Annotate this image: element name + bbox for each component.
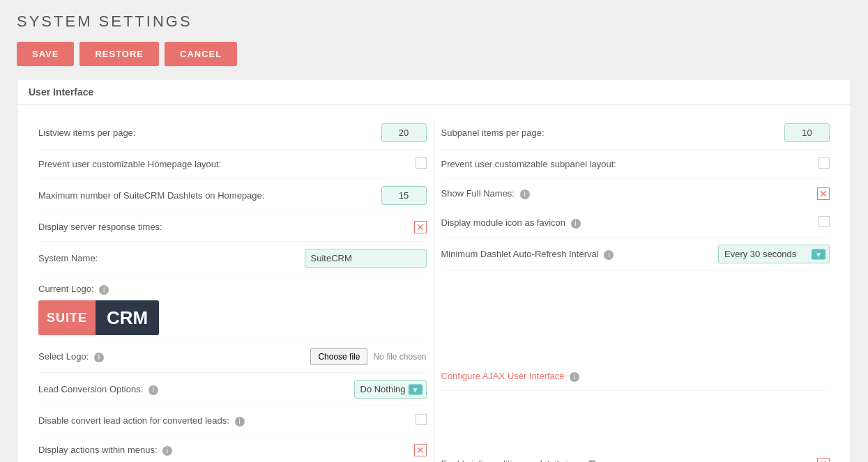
display-server-label: Display server response times: [38,222,414,232]
current-logo-label: Current Logo: i [38,284,116,295]
show-full-names-label: Show Full Names: i [441,188,818,199]
display-server-control: ✕ [414,221,427,233]
listview-items-label: Listview items per page: [38,128,381,138]
lead-conversion-label: Lead Conversion Options: i [38,384,354,395]
disable-convert-control [416,414,427,427]
prevent-homepage-checkbox[interactable] [416,157,427,169]
ajax-link-container: Configure AJAX User Interface i [441,371,830,382]
subpanel-items-control [784,123,830,142]
logo-display: SUITE CRM [38,300,159,335]
enable-inline-detail-row: Enable inline editing on detail view: i … [441,449,830,462]
display-server-row: Display server response times: ✕ [38,213,427,242]
system-name-label: System Name: [38,253,305,263]
save-button[interactable]: SAVE [17,42,74,66]
right-column: Subpanel items per page: Prevent user cu… [434,116,837,462]
enable-inline-detail-label: Enable inline editing on detail view: i [441,459,818,462]
right-col-spacer [441,271,830,362]
min-dashlet-refresh-label: Minimum Dashlet Auto-Refresh Interval i [441,249,719,260]
left-column: Listview items per page: Prevent user cu… [31,116,434,462]
min-dashlet-refresh-control: Every 30 seconds Every minute Every 5 mi… [718,245,830,263]
min-dashlet-refresh-select[interactable]: Every 30 seconds Every minute Every 5 mi… [718,245,830,263]
disable-convert-info-icon: i [235,417,245,426]
disable-convert-label: Disable convert lead action for converte… [38,415,416,426]
choose-file-button[interactable]: Choose file [310,348,367,365]
system-name-input[interactable] [305,249,427,268]
prevent-subpanel-checkbox[interactable] [818,157,830,169]
display-module-icon-info-icon: i [571,219,581,229]
page-title: SYSTEM SETTINGS [17,13,851,31]
prevent-subpanel-label: Prevent user customizable subpanel layou… [441,159,819,169]
max-dashlets-input[interactable] [381,186,427,205]
logo-suite-text: SUITE [38,300,96,335]
disable-convert-checkbox[interactable] [416,414,427,425]
select-logo-label: Select Logo: i [38,351,310,362]
display-actions-info-icon: i [162,446,172,456]
ajax-info-icon: i [570,372,579,382]
prevent-subpanel-row: Prevent user customizable subpanel layou… [441,150,830,179]
subpanel-items-input[interactable] [784,123,830,142]
display-actions-row: Display actions within menus: i ✕ [38,436,427,462]
logo-crm-text: CRM [96,300,159,335]
current-logo-row: Current Logo: i SUITE CRM [38,275,427,341]
ajax-user-interface-link[interactable]: Configure AJAX User Interface [441,371,565,381]
listview-items-input[interactable] [381,123,427,142]
enable-inline-detail-control: ✕ [817,458,830,462]
show-full-names-info-icon: i [520,190,530,199]
show-full-names-control: ✕ [817,187,830,200]
lead-conversion-select-wrapper: Do Nothing [354,380,427,399]
lead-conversion-info-icon: i [149,385,158,395]
listview-items-control [381,123,427,142]
toolbar: SAVE RESTORE CANCEL [17,42,851,66]
display-module-icon-label: Display module icon as favicon i [441,217,819,229]
disable-convert-row: Disable convert lead action for converte… [38,406,427,436]
display-module-icon-row: Display module icon as favicon i [441,208,830,238]
max-dashlets-label: Maximum number of SuiteCRM Dashlets on H… [38,190,381,201]
min-dashlet-refresh-row: Minimum Dashlet Auto-Refresh Interval i … [441,238,830,271]
display-server-checkbox[interactable]: ✕ [414,221,427,233]
min-dashlet-refresh-info-icon: i [604,250,614,260]
max-dashlets-row: Maximum number of SuiteCRM Dashlets on H… [38,179,427,213]
cancel-button[interactable]: CANCEL [165,42,237,66]
suite-crm-logo: SUITE CRM [38,300,159,335]
ajax-link-row: Configure AJAX User Interface i [441,362,830,391]
prevent-homepage-label: Prevent user customizable Homepage layou… [38,159,416,169]
max-dashlets-control [381,186,427,205]
prevent-homepage-row: Prevent user customizable Homepage layou… [38,150,427,179]
display-actions-label: Display actions within menus: i [38,445,414,456]
prevent-homepage-control [416,157,427,171]
select-logo-control: Choose file No file chosen [310,348,426,365]
show-full-names-row: Show Full Names: i ✕ [441,179,830,208]
system-name-control [305,249,427,268]
subpanel-items-row: Subpanel items per page: [441,116,830,150]
lead-conversion-select[interactable]: Do Nothing [354,380,427,399]
select-logo-info-icon: i [94,353,104,362]
file-no-chosen-label: No file chosen [373,352,426,362]
enable-inline-detail-checkbox[interactable]: ✕ [817,458,830,462]
system-settings-section: User Interface Listview items per page: … [17,79,851,462]
min-dashlet-refresh-select-wrapper: Every 30 seconds Every minute Every 5 mi… [718,245,830,263]
show-full-names-checkbox[interactable]: ✕ [817,187,830,200]
display-actions-control: ✕ [414,444,427,456]
lead-conversion-row: Lead Conversion Options: i Do Nothing [38,373,427,406]
display-actions-checkbox[interactable]: ✕ [414,444,427,456]
select-logo-row: Select Logo: i Choose file No file chose… [38,341,427,373]
prevent-subpanel-control [818,157,830,171]
restore-button[interactable]: RESTORE [79,42,159,66]
section-header: User Interface [17,79,851,105]
display-module-icon-control [818,216,830,229]
lead-conversion-control: Do Nothing [354,380,427,399]
listview-items-row: Listview items per page: [38,116,427,150]
right-spacer-2 [441,391,830,420]
current-logo-info-icon: i [99,285,109,295]
system-name-row: System Name: [38,242,427,275]
display-module-icon-checkbox[interactable] [818,216,830,227]
right-spacer-3 [441,420,830,449]
subpanel-items-label: Subpanel items per page: [441,128,785,138]
